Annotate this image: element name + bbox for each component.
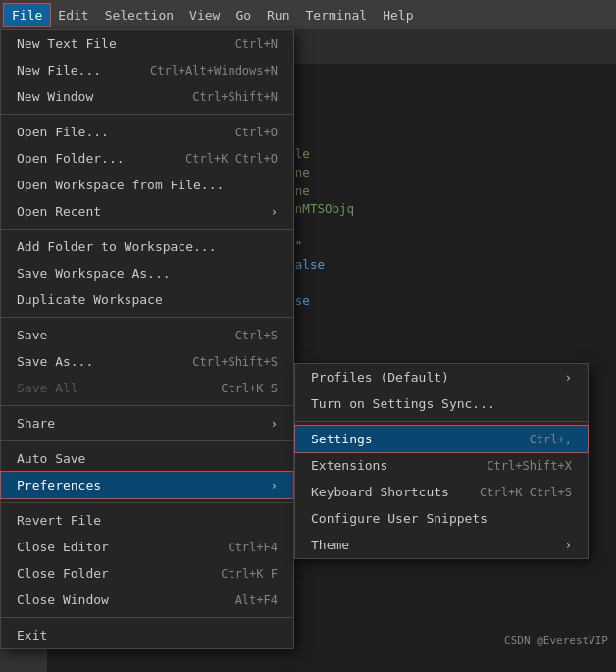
prefs-submenu: Profiles (Default) › Turn on Settings Sy… [294,363,589,559]
separator [1,502,293,503]
menu-view[interactable]: View [181,4,228,26]
menu-profiles[interactable]: Profiles (Default) › [295,364,588,390]
submenu-arrow-icon: › [565,539,572,552]
menu-go[interactable]: Go [228,4,259,26]
menu-bar: File Edit Selection View Go Run Terminal… [0,0,616,29]
menu-open-file[interactable]: Open File... Ctrl+O [1,119,293,145]
menu-run[interactable]: Run [259,4,297,26]
menu-theme[interactable]: Theme › [295,532,588,558]
menu-open-workspace[interactable]: Open Workspace from File... [1,172,293,198]
separator [295,421,588,422]
menu-auto-save[interactable]: Auto Save [1,445,293,472]
menu-save-all[interactable]: Save All Ctrl+K S [1,375,293,401]
menu-close-window[interactable]: Close Window Alt+F4 [1,587,293,613]
menu-configure-snippets[interactable]: Configure User Snippets [295,505,588,532]
menu-keyboard-shortcuts[interactable]: Keyboard Shortcuts Ctrl+K Ctrl+S [295,479,588,505]
menu-duplicate-workspace[interactable]: Duplicate Workspace [1,286,293,313]
menu-close-folder[interactable]: Close Folder Ctrl+K F [1,560,293,587]
separator [1,317,293,318]
menu-turn-on-sync[interactable]: Turn on Settings Sync... [295,390,588,417]
menu-terminal[interactable]: Terminal [298,4,376,26]
menu-open-recent[interactable]: Open Recent › [1,198,293,225]
menu-revert-file[interactable]: Revert File [1,507,293,534]
menu-edit[interactable]: Edit [50,4,96,26]
submenu-arrow-icon: › [271,417,278,431]
menu-share[interactable]: Share › [1,410,293,437]
menu-save-as[interactable]: Save As... Ctrl+Shift+S [1,348,293,375]
menu-exit[interactable]: Exit [1,622,293,648]
separator [1,617,293,618]
menu-add-folder[interactable]: Add Folder to Workspace... [1,233,293,260]
menu-new-file[interactable]: New File... Ctrl+Alt+Windows+N [1,57,293,83]
separator [1,229,293,230]
submenu-arrow-icon: › [271,479,278,492]
menu-close-editor[interactable]: Close Editor Ctrl+F4 [1,534,293,560]
menu-help[interactable]: Help [375,4,421,26]
file-dropdown: New Text File Ctrl+N New File... Ctrl+Al… [0,29,294,649]
separator [1,405,293,406]
menu-preferences[interactable]: Preferences › [1,472,293,498]
menu-new-text-file[interactable]: New Text File Ctrl+N [1,30,293,57]
menu-extensions[interactable]: Extensions Ctrl+Shift+X [295,452,588,479]
menu-selection[interactable]: Selection [97,4,181,26]
menu-save[interactable]: Save Ctrl+S [1,322,293,348]
menu-open-folder[interactable]: Open Folder... Ctrl+K Ctrl+O [1,145,293,172]
separator [1,114,293,115]
menu-settings[interactable]: Settings Ctrl+, [295,426,588,452]
watermark: CSDN @EverestVIP [504,634,608,646]
menu-save-workspace-as[interactable]: Save Workspace As... [1,260,293,286]
submenu-arrow-icon: › [271,205,278,219]
submenu-arrow-icon: › [565,371,572,385]
separator [1,440,293,441]
menu-new-window[interactable]: New Window Ctrl+Shift+N [1,83,293,110]
menu-file[interactable]: File [4,4,50,26]
